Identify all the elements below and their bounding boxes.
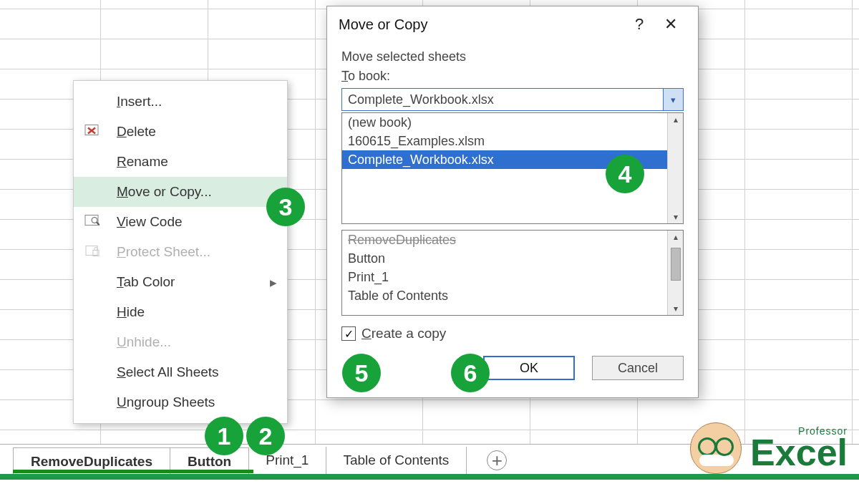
book-option-examples[interactable]: 160615_Examples.xlsm xyxy=(342,132,683,150)
callout-2: 2 xyxy=(246,417,285,455)
menu-label: Delete xyxy=(117,124,156,140)
combo-value: Complete_Workbook.xlsx xyxy=(348,92,494,107)
callout-3: 3 xyxy=(266,188,305,226)
tab-label: Table of Contents xyxy=(343,452,449,468)
menu-label: Unhide... xyxy=(117,334,171,350)
menu-rename[interactable]: Rename xyxy=(74,147,287,177)
sheet-tab-toc[interactable]: Table of Contents xyxy=(326,447,467,474)
create-a-copy-row[interactable]: ✓ Create a copy xyxy=(341,326,684,341)
dialog-subtitle: Move selected sheets xyxy=(341,49,684,64)
menu-label: Select All Sheets xyxy=(117,364,219,380)
status-bar xyxy=(0,474,859,480)
cancel-button[interactable]: Cancel xyxy=(592,356,684,380)
create-a-copy-label: Create a copy xyxy=(361,326,446,341)
menu-delete[interactable]: Delete xyxy=(74,117,287,147)
active-tabs-underline xyxy=(13,470,253,473)
scroll-down-icon[interactable]: ▾ xyxy=(674,212,678,222)
move-or-copy-dialog: Move or Copy ? ✕ Move selected sheets To… xyxy=(326,6,699,398)
menu-label: Tab Color xyxy=(117,274,175,290)
menu-label: Protect Sheet... xyxy=(117,244,210,260)
delete-icon xyxy=(84,122,100,142)
svg-point-2 xyxy=(92,218,97,223)
chevron-down-icon[interactable]: ▾ xyxy=(663,89,683,110)
menu-unhide: Unhide... xyxy=(74,327,287,357)
callout-1: 1 xyxy=(205,417,243,455)
tab-label: Button xyxy=(188,454,231,470)
sheet-option-print1[interactable]: Print_1 xyxy=(342,268,683,286)
tab-label: Print_1 xyxy=(266,452,309,468)
scrollbar[interactable]: ▴ ▾ xyxy=(667,113,683,223)
scroll-thumb[interactable] xyxy=(671,248,681,281)
sheet-option-button[interactable]: Button xyxy=(342,249,683,268)
help-button[interactable]: ? xyxy=(623,15,655,34)
dialog-titlebar: Move or Copy ? ✕ xyxy=(327,6,698,42)
to-book-combobox[interactable]: Complete_Workbook.xlsx ▾ xyxy=(341,88,684,111)
new-sheet-button[interactable]: + xyxy=(480,447,513,474)
menu-move-or-copy[interactable]: Move or Copy... xyxy=(74,177,287,207)
scrollbar[interactable]: ▴ ▾ xyxy=(667,231,683,315)
close-button[interactable]: ✕ xyxy=(655,15,686,34)
sheet-option-removeduplicates[interactable]: RemoveDuplicates xyxy=(342,231,683,249)
menu-label: Ungroup Sheets xyxy=(117,394,215,410)
logo-excel: Excel xyxy=(750,436,848,470)
menu-tab-color[interactable]: Tab Color xyxy=(74,267,287,297)
callout-6: 6 xyxy=(451,354,490,392)
dialog-title-text: Move or Copy xyxy=(339,16,428,33)
scroll-down-icon[interactable]: ▾ xyxy=(674,304,678,314)
menu-protect-sheet: Protect Sheet... xyxy=(74,237,287,267)
professor-excel-logo: Professor Excel xyxy=(690,422,848,474)
menu-label: Move or Copy... xyxy=(117,184,212,200)
scroll-up-icon[interactable]: ▴ xyxy=(674,115,678,125)
menu-view-code[interactable]: View Code xyxy=(74,207,287,237)
menu-label: Insert... xyxy=(117,94,162,110)
ok-button[interactable]: OK xyxy=(483,356,575,380)
callout-4: 4 xyxy=(606,155,644,193)
svg-line-3 xyxy=(97,223,100,226)
to-book-label: To book: xyxy=(341,69,684,84)
menu-label: Rename xyxy=(117,154,168,170)
before-sheet-listbox[interactable]: RemoveDuplicates Button Print_1 Table of… xyxy=(341,230,684,316)
callout-5: 5 xyxy=(342,354,381,392)
sheet-context-menu: Insert... Delete Rename Move or Copy... … xyxy=(73,80,288,424)
menu-select-all-sheets[interactable]: Select All Sheets xyxy=(74,357,287,387)
protect-icon xyxy=(84,243,100,262)
create-a-copy-checkbox[interactable]: ✓ xyxy=(341,326,356,341)
menu-ungroup-sheets[interactable]: Ungroup Sheets xyxy=(74,387,287,417)
menu-label: Hide xyxy=(117,304,145,320)
menu-hide[interactable]: Hide xyxy=(74,297,287,327)
scroll-up-icon[interactable]: ▴ xyxy=(674,232,678,242)
book-option-new[interactable]: (new book) xyxy=(342,113,683,132)
sheet-option-toc[interactable]: Table of Contents xyxy=(342,286,683,305)
menu-insert[interactable]: Insert... xyxy=(74,87,287,117)
professor-face-icon xyxy=(690,422,742,474)
plus-icon: + xyxy=(487,450,507,470)
menu-label: View Code xyxy=(117,214,183,230)
tab-label: RemoveDuplicates xyxy=(31,454,152,470)
code-icon xyxy=(84,213,100,232)
